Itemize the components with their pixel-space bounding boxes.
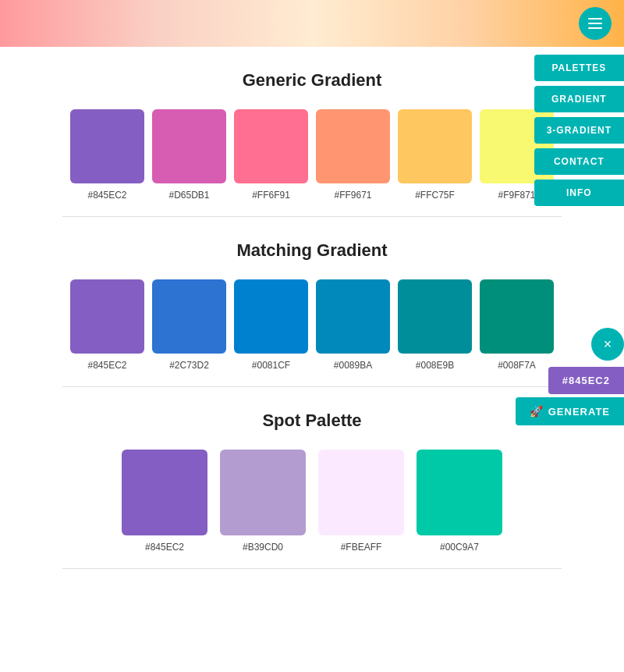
spot-item: #B39CD0 — [220, 450, 306, 553]
spot-palette-title: Spot Palette — [62, 411, 562, 431]
swatch-item: #0081CF — [234, 279, 308, 371]
swatch-label: #FF9671 — [334, 190, 371, 201]
matching-gradient-section: Matching Gradient #845EC2 #2C73D2 #0081C… — [62, 217, 562, 387]
swatch-label: #FFC75F — [415, 190, 455, 201]
swatch-box[interactable] — [152, 109, 226, 183]
menu-button[interactable] — [579, 7, 612, 40]
generate-label: GENERATE — [548, 406, 610, 418]
matching-gradient-title: Matching Gradient — [62, 240, 562, 261]
swatch-label: #F9F871 — [498, 190, 535, 201]
swatch-label: #0089BA — [334, 360, 372, 371]
swatch-label: #FF6F91 — [252, 190, 290, 201]
menu-line-1 — [588, 18, 602, 20]
spot-palette-swatches: #845EC2 #B39CD0 #FBEAFF #00C9A7 — [62, 450, 562, 553]
swatch-label: #845EC2 — [145, 542, 184, 553]
spot-box[interactable] — [122, 450, 207, 535]
swatch-box[interactable] — [316, 279, 390, 354]
swatch-box[interactable] — [234, 109, 308, 183]
matching-gradient-swatches: #845EC2 #2C73D2 #0081CF #0089BA #008E9B … — [62, 279, 562, 371]
swatch-label: #008E9B — [416, 360, 454, 371]
generic-gradient-swatches: #845EC2 #D65DB1 #FF6F91 #FF9671 #FFC75F … — [62, 109, 562, 201]
swatch-item: #D65DB1 — [152, 109, 226, 201]
swatch-item: #FF9671 — [316, 109, 390, 201]
swatch-label: #D65DB1 — [168, 190, 209, 201]
spot-palette-section: Spot Palette #845EC2 #B39CD0 #FBEAFF #00… — [62, 387, 562, 569]
swatch-label: #2C73D2 — [169, 360, 209, 371]
swatch-box[interactable] — [316, 109, 390, 183]
menu-line-3 — [588, 27, 602, 29]
nav-contact[interactable]: CONTACT — [534, 148, 624, 175]
swatch-box[interactable] — [398, 109, 472, 183]
spot-item: #FBEAFF — [318, 450, 404, 553]
swatch-item: #0089BA — [316, 279, 390, 371]
float-panel: × #845EC2 🚀 GENERATE — [516, 328, 624, 425]
side-nav: PALETTES GRADIENT 3-GRADIENT CONTACT INF… — [534, 55, 624, 206]
swatch-label: #00C9A7 — [440, 542, 479, 553]
generic-gradient-section: Generic Gradient #845EC2 #D65DB1 #FF6F91… — [62, 47, 562, 217]
swatch-label: #845EC2 — [87, 190, 126, 201]
float-generate-button[interactable]: 🚀 GENERATE — [516, 397, 624, 425]
swatch-item: #845EC2 — [70, 109, 144, 201]
swatch-item: #845EC2 — [70, 279, 144, 371]
nav-gradient[interactable]: GRADIENT — [534, 86, 624, 112]
swatch-box[interactable] — [398, 279, 472, 354]
generic-gradient-title: Generic Gradient — [62, 70, 562, 91]
spot-box[interactable] — [318, 450, 404, 535]
spot-item: #845EC2 — [122, 450, 207, 553]
float-color-label: #845EC2 — [548, 367, 624, 394]
main-content: Generic Gradient #845EC2 #D65DB1 #FF6F91… — [0, 47, 624, 600]
nav-3gradient[interactable]: 3-GRADIENT — [534, 117, 624, 144]
spot-box[interactable] — [220, 450, 306, 535]
swatch-box[interactable] — [234, 279, 308, 354]
nav-palettes[interactable]: PALETTES — [534, 55, 624, 81]
swatch-item: #FFC75F — [398, 109, 472, 201]
swatch-box[interactable] — [70, 279, 144, 354]
float-close-button[interactable]: × — [591, 328, 624, 361]
swatch-label: #B39CD0 — [243, 542, 283, 553]
swatch-box[interactable] — [152, 279, 226, 354]
swatch-box[interactable] — [70, 109, 144, 183]
menu-line-2 — [588, 23, 602, 24]
swatch-item: #2C73D2 — [152, 279, 226, 371]
spot-box[interactable] — [417, 450, 502, 535]
swatch-item: #FF6F91 — [234, 109, 308, 201]
rocket-icon: 🚀 — [530, 405, 544, 418]
swatch-label: #845EC2 — [87, 360, 126, 371]
swatch-label: #0081CF — [252, 360, 290, 371]
header — [0, 0, 624, 47]
swatch-label: #FBEAFF — [341, 542, 382, 553]
swatch-item: #008E9B — [398, 279, 472, 371]
spot-item: #00C9A7 — [417, 450, 502, 553]
nav-info[interactable]: INFO — [534, 180, 624, 206]
